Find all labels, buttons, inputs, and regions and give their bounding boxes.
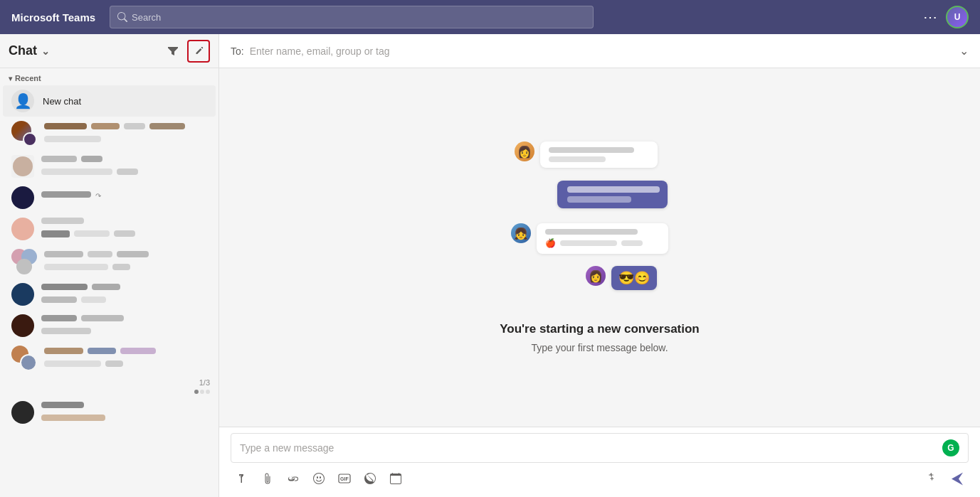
msg-content-3: 🍎	[537, 223, 668, 254]
svg-text:GIF: GIF	[340, 476, 349, 481]
schedule-button[interactable]	[384, 467, 407, 490]
blur-preview	[44, 264, 108, 270]
blur-name	[41, 402, 84, 408]
list-item-text	[41, 156, 207, 178]
sidebar: Chat ⌄ Recent 👤	[0, 34, 219, 497]
blur-name3	[120, 348, 156, 354]
list-item-avatar	[11, 121, 37, 146]
format-icon	[236, 473, 248, 484]
recent-section-label: Recent	[0, 68, 218, 85]
more-options-icon[interactable]: ⋯	[923, 9, 937, 26]
blur-preview	[44, 360, 101, 367]
avatar-secondary	[23, 132, 37, 146]
list-item[interactable]	[3, 397, 216, 428]
chat-main: 👩 👧 🍎	[219, 68, 980, 427]
blur-preview	[41, 415, 105, 421]
list-item[interactable]	[3, 245, 216, 279]
list-item-avatar	[11, 346, 37, 371]
new-chat-avatar: 👤	[11, 90, 34, 112]
blur-preview	[74, 230, 110, 237]
blur-name3	[124, 123, 145, 129]
search-icon	[117, 12, 127, 22]
top-bar-right: ⋯ U	[923, 6, 969, 28]
list-item[interactable]	[3, 341, 216, 375]
blur-avatar-sm	[41, 230, 70, 237]
emoji-icon	[313, 473, 325, 484]
msg-avatar-1: 👩	[515, 141, 534, 161]
send-button[interactable]	[946, 467, 969, 490]
sidebar-header: Chat ⌄	[0, 34, 218, 68]
blur-name2	[81, 315, 124, 321]
blur-name	[44, 251, 83, 257]
user-avatar[interactable]: U	[946, 6, 969, 28]
avatar-initials: U	[954, 12, 961, 22]
blur-name	[41, 156, 77, 162]
conversation-info: You're starting a new conversation Type …	[500, 322, 700, 353]
blur-name	[44, 123, 87, 129]
chevron-down-icon: ⌄	[959, 44, 969, 58]
msg-bubble-3: 👧 🍎	[511, 223, 668, 254]
list-item-avatar	[11, 186, 34, 209]
compose-input[interactable]	[240, 442, 942, 454]
blur-name2	[88, 348, 116, 354]
compose-toolbar: GIF	[231, 466, 969, 491]
reactions-button[interactable]	[920, 467, 943, 490]
compose-input-row: G	[231, 433, 969, 463]
filter-icon	[167, 46, 179, 57]
new-chat-item[interactable]: 👤 New chat	[3, 85, 216, 117]
to-input[interactable]	[250, 46, 959, 57]
reactions-icon	[926, 473, 937, 484]
blur-meta	[112, 264, 130, 270]
list-item-avatar	[11, 314, 34, 337]
new-chat-label: New chat	[43, 96, 207, 107]
search-input[interactable]	[132, 12, 586, 23]
list-item[interactable]	[3, 117, 216, 151]
list-item[interactable]	[3, 310, 216, 341]
filter-button[interactable]	[162, 40, 184, 63]
grammarly-button[interactable]: G	[942, 439, 959, 456]
schedule-icon	[390, 473, 401, 484]
format-button[interactable]	[231, 467, 253, 490]
emoji-button[interactable]	[307, 467, 330, 490]
link-icon	[288, 473, 299, 484]
chat-title-label: Chat	[9, 43, 37, 58]
list-item[interactable]	[3, 151, 216, 182]
link-button[interactable]	[282, 467, 305, 490]
blur-name	[41, 191, 91, 198]
sticker-button[interactable]	[359, 467, 381, 490]
blur-meta	[81, 296, 106, 303]
chat-title-chevron: ⌄	[41, 46, 50, 57]
conversation-title: You're starting a new conversation	[500, 322, 700, 336]
blur-name	[41, 218, 84, 224]
msg-avatar-3: 👧	[511, 223, 531, 243]
main-layout: Chat ⌄ Recent 👤	[0, 34, 980, 497]
sticker-icon	[364, 473, 376, 484]
list-item-avatar	[11, 249, 37, 274]
msg-content-1	[540, 141, 658, 168]
search-bar[interactable]	[110, 6, 594, 28]
blur-name2	[88, 251, 112, 257]
blur-meta	[114, 230, 135, 237]
gif-icon: GIF	[338, 473, 351, 484]
sidebar-actions	[162, 40, 210, 63]
compose-area: G GIF	[219, 427, 980, 497]
gif-button[interactable]: GIF	[333, 467, 356, 490]
blur-name	[41, 284, 88, 290]
compose-button[interactable]	[187, 40, 210, 63]
blur-preview	[44, 136, 101, 142]
list-item-text	[41, 315, 207, 337]
content-area: To: ⌄ 👩	[219, 34, 980, 497]
msg-bubble-1: 👩	[515, 141, 658, 168]
list-item[interactable]	[3, 213, 216, 245]
list-item[interactable]: ↷	[3, 182, 216, 213]
attach-button[interactable]	[256, 467, 279, 490]
list-item-avatar	[11, 283, 34, 306]
blur-name3	[117, 251, 149, 257]
list-item[interactable]	[3, 279, 216, 310]
chat-title-button[interactable]: Chat ⌄	[9, 43, 50, 58]
blur-preview	[41, 328, 91, 334]
blur-name4	[149, 123, 185, 129]
blur-name	[44, 348, 83, 354]
msg-bubble-2	[557, 181, 668, 208]
send-icon	[950, 471, 964, 486]
